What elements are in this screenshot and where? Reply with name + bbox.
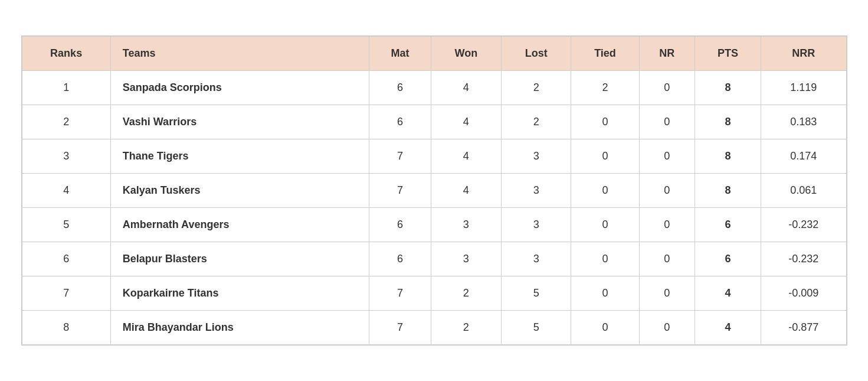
cell-nr: 0 [639, 71, 695, 105]
cell-won: 4 [431, 71, 501, 105]
cell-nrr: -0.232 [761, 208, 846, 242]
cell-rank: 5 [22, 208, 110, 242]
header-mat: Mat [369, 37, 431, 71]
header-lost: Lost [502, 37, 571, 71]
cell-lost: 3 [502, 174, 571, 208]
cell-pts: 8 [695, 174, 761, 208]
table-row: 5Ambernath Avengers633006-0.232 [22, 208, 846, 242]
cell-rank: 8 [22, 311, 110, 345]
cell-rank: 1 [22, 71, 110, 105]
table-row: 1Sanpada Scorpions6422081.119 [22, 71, 846, 105]
cell-won: 2 [431, 276, 501, 311]
cell-nr: 0 [639, 139, 695, 174]
table-row: 6Belapur Blasters633006-0.232 [22, 242, 846, 276]
cell-pts: 6 [695, 242, 761, 276]
cell-mat: 6 [369, 71, 431, 105]
cell-nr: 0 [639, 208, 695, 242]
cell-nrr: 0.183 [761, 105, 846, 139]
cell-nr: 0 [639, 276, 695, 311]
cell-team: Mira Bhayandar Lions [110, 311, 369, 345]
cell-team: Belapur Blasters [110, 242, 369, 276]
cell-rank: 7 [22, 276, 110, 311]
cell-lost: 5 [502, 276, 571, 311]
cell-tied: 2 [571, 71, 640, 105]
cell-tied: 0 [571, 105, 640, 139]
cell-lost: 5 [502, 311, 571, 345]
table-row: 7Koparkairne Titans725004-0.009 [22, 276, 846, 311]
cell-team: Koparkairne Titans [110, 276, 369, 311]
cell-rank: 3 [22, 139, 110, 174]
table-header-row: Ranks Teams Mat Won Lost Tied NR PTS NRR [22, 37, 846, 71]
cell-mat: 7 [369, 174, 431, 208]
cell-mat: 6 [369, 242, 431, 276]
cell-won: 4 [431, 139, 501, 174]
cell-pts: 8 [695, 139, 761, 174]
cell-team: Sanpada Scorpions [110, 71, 369, 105]
table-row: 8Mira Bhayandar Lions725004-0.877 [22, 311, 846, 345]
cell-nr: 0 [639, 242, 695, 276]
cell-nr: 0 [639, 174, 695, 208]
table-row: 4Kalyan Tuskers7430080.061 [22, 174, 846, 208]
cell-lost: 3 [502, 242, 571, 276]
cell-pts: 6 [695, 208, 761, 242]
cell-lost: 3 [502, 208, 571, 242]
cell-pts: 8 [695, 105, 761, 139]
cell-rank: 2 [22, 105, 110, 139]
cell-nrr: -0.232 [761, 242, 846, 276]
cell-nrr: -0.009 [761, 276, 846, 311]
cell-rank: 4 [22, 174, 110, 208]
cell-pts: 4 [695, 276, 761, 311]
cell-nr: 0 [639, 311, 695, 345]
cell-mat: 6 [369, 105, 431, 139]
cell-tied: 0 [571, 276, 640, 311]
cell-nrr: -0.877 [761, 311, 846, 345]
header-nrr: NRR [761, 37, 846, 71]
standings-table: Ranks Teams Mat Won Lost Tied NR PTS NRR… [22, 36, 847, 345]
cell-nrr: 1.119 [761, 71, 846, 105]
header-ranks: Ranks [22, 37, 110, 71]
cell-tied: 0 [571, 311, 640, 345]
cell-lost: 2 [502, 71, 571, 105]
cell-won: 3 [431, 242, 501, 276]
cell-lost: 3 [502, 139, 571, 174]
header-pts: PTS [695, 37, 761, 71]
cell-nrr: 0.061 [761, 174, 846, 208]
cell-team: Ambernath Avengers [110, 208, 369, 242]
cell-tied: 0 [571, 242, 640, 276]
cell-tied: 0 [571, 208, 640, 242]
cell-lost: 2 [502, 105, 571, 139]
cell-pts: 4 [695, 311, 761, 345]
header-nr: NR [639, 37, 695, 71]
cell-team: Kalyan Tuskers [110, 174, 369, 208]
cell-won: 4 [431, 105, 501, 139]
table-row: 2Vashi Warriors6420080.183 [22, 105, 846, 139]
cell-nrr: 0.174 [761, 139, 846, 174]
cell-won: 2 [431, 311, 501, 345]
cell-tied: 0 [571, 139, 640, 174]
standings-table-wrapper: Ranks Teams Mat Won Lost Tied NR PTS NRR… [21, 35, 847, 346]
cell-rank: 6 [22, 242, 110, 276]
cell-won: 4 [431, 174, 501, 208]
cell-mat: 7 [369, 276, 431, 311]
cell-mat: 6 [369, 208, 431, 242]
cell-tied: 0 [571, 174, 640, 208]
cell-pts: 8 [695, 71, 761, 105]
table-row: 3Thane Tigers7430080.174 [22, 139, 846, 174]
header-won: Won [431, 37, 501, 71]
cell-nr: 0 [639, 105, 695, 139]
header-teams: Teams [110, 37, 369, 71]
header-tied: Tied [571, 37, 640, 71]
cell-won: 3 [431, 208, 501, 242]
cell-mat: 7 [369, 311, 431, 345]
cell-team: Thane Tigers [110, 139, 369, 174]
cell-mat: 7 [369, 139, 431, 174]
cell-team: Vashi Warriors [110, 105, 369, 139]
